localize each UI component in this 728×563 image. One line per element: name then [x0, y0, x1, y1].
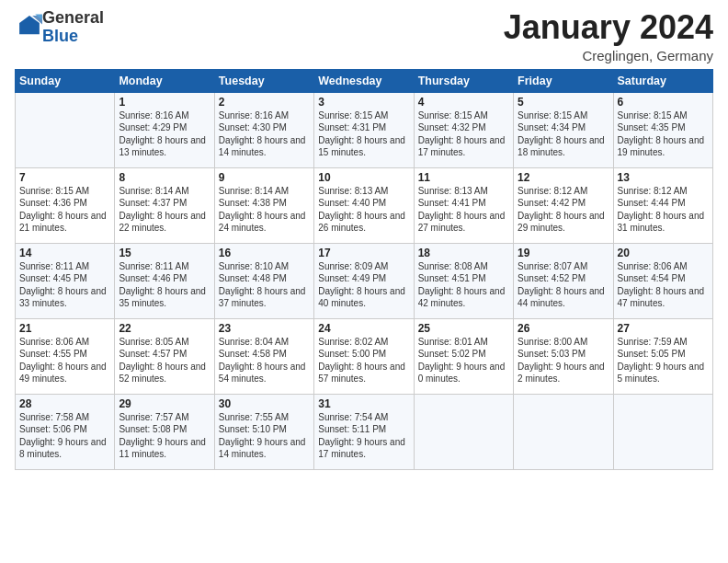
- week-row-4: 21Sunrise: 8:06 AMSunset: 4:55 PMDayligh…: [16, 318, 713, 394]
- day-cell: 13Sunrise: 8:12 AMSunset: 4:44 PMDayligh…: [613, 167, 712, 243]
- day-cell: 7Sunrise: 8:15 AMSunset: 4:36 PMDaylight…: [16, 167, 115, 243]
- day-info: Sunrise: 8:08 AMSunset: 4:51 PMDaylight:…: [418, 260, 509, 310]
- day-number: 8: [119, 171, 210, 184]
- day-number: 18: [418, 247, 509, 259]
- day-cell: [16, 92, 115, 167]
- day-info: Sunrise: 8:12 AMSunset: 4:42 PMDaylight:…: [518, 185, 609, 235]
- day-cell: 3Sunrise: 8:15 AMSunset: 4:31 PMDaylight…: [314, 92, 414, 167]
- day-cell: 18Sunrise: 8:08 AMSunset: 4:51 PMDayligh…: [414, 243, 513, 318]
- day-number: 7: [19, 171, 110, 184]
- day-cell: 28Sunrise: 7:58 AMSunset: 5:06 PMDayligh…: [16, 394, 115, 469]
- day-number: 26: [518, 322, 609, 335]
- day-number: 15: [119, 247, 210, 259]
- day-number: 6: [618, 96, 709, 109]
- day-number: 17: [318, 247, 409, 259]
- day-info: Sunrise: 8:09 AMSunset: 4:49 PMDaylight:…: [318, 260, 409, 310]
- day-cell: 2Sunrise: 8:16 AMSunset: 4:30 PMDaylight…: [214, 92, 313, 167]
- day-cell: 6Sunrise: 8:15 AMSunset: 4:35 PMDaylight…: [613, 92, 712, 167]
- day-number: 1: [119, 96, 210, 109]
- col-header-thursday: Thursday: [414, 69, 513, 92]
- day-number: 24: [318, 322, 409, 335]
- col-header-sunday: Sunday: [16, 69, 115, 92]
- day-cell: 4Sunrise: 8:15 AMSunset: 4:32 PMDaylight…: [414, 92, 513, 167]
- day-number: 27: [618, 322, 709, 335]
- day-info: Sunrise: 7:58 AMSunset: 5:06 PMDaylight:…: [19, 411, 110, 461]
- day-number: 22: [119, 322, 210, 335]
- day-cell: 5Sunrise: 8:15 AMSunset: 4:34 PMDaylight…: [514, 92, 613, 167]
- header: General Blue January 2024 Creglingen, Ge…: [15, 9, 713, 63]
- day-cell: 14Sunrise: 8:11 AMSunset: 4:45 PMDayligh…: [16, 243, 115, 318]
- day-cell: 17Sunrise: 8:09 AMSunset: 4:49 PMDayligh…: [314, 243, 414, 318]
- day-number: 30: [219, 397, 310, 410]
- col-header-saturday: Saturday: [613, 69, 712, 92]
- col-header-friday: Friday: [514, 69, 613, 92]
- day-info: Sunrise: 8:06 AMSunset: 4:54 PMDaylight:…: [618, 260, 709, 310]
- day-number: 28: [19, 397, 110, 410]
- day-cell: 22Sunrise: 8:05 AMSunset: 4:57 PMDayligh…: [115, 318, 214, 394]
- day-cell: 10Sunrise: 8:13 AMSunset: 4:40 PMDayligh…: [314, 167, 414, 243]
- day-info: Sunrise: 7:54 AMSunset: 5:11 PMDaylight:…: [318, 411, 409, 461]
- day-cell: 11Sunrise: 8:13 AMSunset: 4:41 PMDayligh…: [414, 167, 513, 243]
- day-info: Sunrise: 8:15 AMSunset: 4:35 PMDaylight:…: [618, 109, 709, 159]
- day-info: Sunrise: 8:06 AMSunset: 4:55 PMDaylight:…: [19, 336, 110, 385]
- logo-blue-text: Blue: [42, 27, 78, 45]
- day-info: Sunrise: 8:15 AMSunset: 4:31 PMDaylight:…: [318, 109, 409, 159]
- day-cell: 20Sunrise: 8:06 AMSunset: 4:54 PMDayligh…: [613, 243, 712, 318]
- day-number: 25: [418, 322, 509, 335]
- day-number: 10: [318, 171, 409, 184]
- col-header-monday: Monday: [115, 69, 214, 92]
- day-info: Sunrise: 8:10 AMSunset: 4:48 PMDaylight:…: [219, 260, 310, 310]
- day-info: Sunrise: 8:05 AMSunset: 4:57 PMDaylight:…: [119, 336, 210, 385]
- day-cell: 15Sunrise: 8:11 AMSunset: 4:46 PMDayligh…: [115, 243, 214, 318]
- col-header-tuesday: Tuesday: [214, 69, 313, 92]
- day-cell: 30Sunrise: 7:55 AMSunset: 5:10 PMDayligh…: [214, 394, 313, 469]
- calendar-subtitle: Creglingen, Germany: [504, 48, 713, 63]
- day-info: Sunrise: 8:00 AMSunset: 5:03 PMDaylight:…: [518, 336, 609, 385]
- day-cell: 9Sunrise: 8:14 AMSunset: 4:38 PMDaylight…: [214, 167, 313, 243]
- day-cell: 24Sunrise: 8:02 AMSunset: 5:00 PMDayligh…: [314, 318, 414, 394]
- day-cell: 25Sunrise: 8:01 AMSunset: 5:02 PMDayligh…: [414, 318, 513, 394]
- week-row-2: 7Sunrise: 8:15 AMSunset: 4:36 PMDaylight…: [16, 167, 713, 243]
- day-cell: [613, 394, 712, 469]
- day-number: 14: [19, 247, 110, 259]
- day-info: Sunrise: 8:15 AMSunset: 4:32 PMDaylight:…: [418, 109, 509, 159]
- calendar-page: General Blue January 2024 Creglingen, Ge…: [0, 0, 728, 563]
- day-info: Sunrise: 7:55 AMSunset: 5:10 PMDaylight:…: [219, 411, 310, 461]
- calendar-table: SundayMondayTuesdayWednesdayThursdayFrid…: [15, 69, 713, 470]
- day-number: 31: [318, 397, 409, 410]
- day-info: Sunrise: 8:15 AMSunset: 4:36 PMDaylight:…: [19, 185, 110, 235]
- day-cell: 23Sunrise: 8:04 AMSunset: 4:58 PMDayligh…: [214, 318, 313, 394]
- day-number: 5: [518, 96, 609, 109]
- day-info: Sunrise: 8:13 AMSunset: 4:41 PMDaylight:…: [418, 185, 509, 235]
- day-number: 11: [418, 171, 509, 184]
- day-cell: 16Sunrise: 8:10 AMSunset: 4:48 PMDayligh…: [214, 243, 313, 318]
- day-number: 12: [518, 171, 609, 184]
- day-info: Sunrise: 8:11 AMSunset: 4:46 PMDaylight:…: [119, 260, 210, 310]
- logo-icon: [17, 13, 42, 39]
- day-cell: 12Sunrise: 8:12 AMSunset: 4:42 PMDayligh…: [514, 167, 613, 243]
- day-number: 16: [219, 247, 310, 259]
- day-cell: 27Sunrise: 7:59 AMSunset: 5:05 PMDayligh…: [613, 318, 712, 394]
- day-number: 3: [318, 96, 409, 109]
- day-cell: 1Sunrise: 8:16 AMSunset: 4:29 PMDaylight…: [115, 92, 214, 167]
- day-info: Sunrise: 8:11 AMSunset: 4:45 PMDaylight:…: [19, 260, 110, 310]
- day-number: 29: [119, 397, 210, 410]
- day-cell: 31Sunrise: 7:54 AMSunset: 5:11 PMDayligh…: [314, 394, 414, 469]
- day-number: 19: [518, 247, 609, 259]
- day-info: Sunrise: 8:04 AMSunset: 4:58 PMDaylight:…: [219, 336, 310, 385]
- day-info: Sunrise: 7:59 AMSunset: 5:05 PMDaylight:…: [618, 336, 709, 385]
- day-number: 9: [219, 171, 310, 184]
- logo-general-text: General: [42, 8, 104, 27]
- day-cell: [414, 394, 513, 469]
- day-info: Sunrise: 8:16 AMSunset: 4:29 PMDaylight:…: [119, 109, 210, 159]
- day-info: Sunrise: 7:57 AMSunset: 5:08 PMDaylight:…: [119, 411, 210, 461]
- day-info: Sunrise: 8:16 AMSunset: 4:30 PMDaylight:…: [219, 109, 310, 159]
- title-block: January 2024 Creglingen, Germany: [504, 9, 713, 63]
- day-info: Sunrise: 8:15 AMSunset: 4:34 PMDaylight:…: [518, 109, 609, 159]
- calendar-title: January 2024: [504, 9, 713, 46]
- day-cell: [514, 394, 613, 469]
- day-info: Sunrise: 8:14 AMSunset: 4:37 PMDaylight:…: [119, 185, 210, 235]
- week-row-5: 28Sunrise: 7:58 AMSunset: 5:06 PMDayligh…: [16, 394, 713, 469]
- col-header-wednesday: Wednesday: [314, 69, 414, 92]
- day-info: Sunrise: 8:07 AMSunset: 4:52 PMDaylight:…: [518, 260, 609, 310]
